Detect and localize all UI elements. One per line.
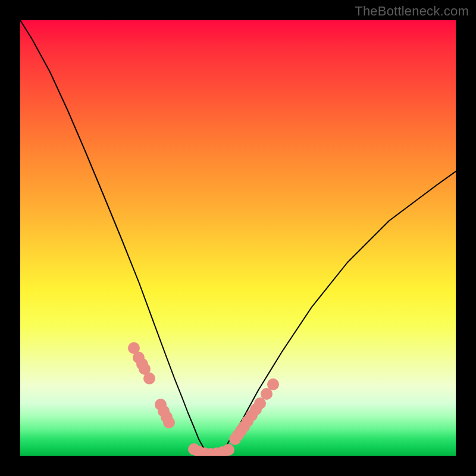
highlight-dots <box>128 342 279 456</box>
watermark-text: TheBottleneck.com <box>355 4 469 19</box>
path-bottleneck-curve <box>20 20 456 455</box>
plot-area <box>20 20 456 456</box>
chart-svg <box>20 20 456 456</box>
dot-highlight-dots-left <box>143 372 155 384</box>
dot-highlight-dots-left <box>163 416 175 428</box>
chart-frame: TheBottleneck.com <box>0 0 476 476</box>
bottleneck-curve <box>20 20 456 455</box>
dot-highlight-dots-right <box>267 378 279 390</box>
dot-highlight-dots-valley <box>223 444 234 456</box>
